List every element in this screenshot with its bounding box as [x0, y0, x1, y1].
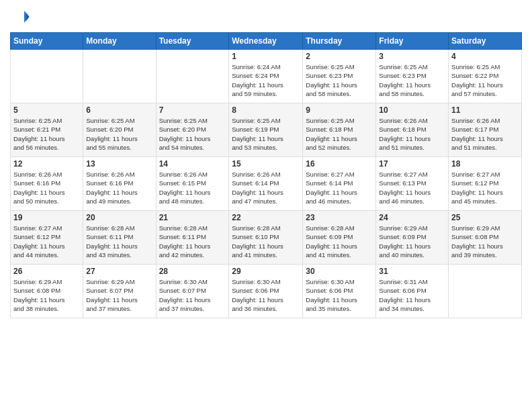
calendar-cell: 16Sunrise: 6:27 AM Sunset: 6:14 PM Dayli… — [303, 157, 376, 211]
day-info: Sunrise: 6:26 AM Sunset: 6:16 PM Dayligh… — [86, 170, 152, 205]
day-number: 28 — [159, 267, 226, 276]
weekday-sunday: Sunday — [11, 33, 83, 50]
calendar-cell: 20Sunrise: 6:28 AM Sunset: 6:11 PM Dayli… — [83, 211, 156, 265]
day-number: 9 — [306, 105, 373, 115]
calendar-cell: 31Sunrise: 6:31 AM Sunset: 6:06 PM Dayli… — [376, 265, 449, 318]
calendar-cell: 19Sunrise: 6:27 AM Sunset: 6:12 PM Dayli… — [11, 211, 83, 265]
calendar-cell — [449, 265, 522, 318]
logo — [10, 7, 33, 27]
day-info: Sunrise: 6:24 AM Sunset: 6:24 PM Dayligh… — [232, 62, 300, 98]
day-info: Sunrise: 6:29 AM Sunset: 6:08 PM Dayligh… — [451, 224, 519, 259]
day-info: Sunrise: 6:25 AM Sunset: 6:20 PM Dayligh… — [86, 116, 152, 152]
calendar-cell: 15Sunrise: 6:26 AM Sunset: 6:14 PM Dayli… — [229, 157, 303, 211]
week-row-3: 12Sunrise: 6:26 AM Sunset: 6:16 PM Dayli… — [11, 157, 522, 211]
week-row-4: 19Sunrise: 6:27 AM Sunset: 6:12 PM Dayli… — [11, 211, 522, 265]
day-info: Sunrise: 6:27 AM Sunset: 6:13 PM Dayligh… — [379, 170, 445, 205]
calendar-cell: 9Sunrise: 6:25 AM Sunset: 6:18 PM Daylig… — [303, 103, 376, 157]
calendar-cell: 30Sunrise: 6:30 AM Sunset: 6:06 PM Dayli… — [303, 265, 376, 318]
day-number: 6 — [86, 105, 152, 115]
calendar-cell: 22Sunrise: 6:28 AM Sunset: 6:10 PM Dayli… — [229, 211, 303, 265]
day-info: Sunrise: 6:28 AM Sunset: 6:11 PM Dayligh… — [86, 224, 152, 259]
day-info: Sunrise: 6:27 AM Sunset: 6:12 PM Dayligh… — [451, 170, 519, 205]
day-number: 2 — [306, 52, 373, 61]
day-info: Sunrise: 6:26 AM Sunset: 6:14 PM Dayligh… — [232, 170, 300, 205]
day-info: Sunrise: 6:28 AM Sunset: 6:11 PM Dayligh… — [159, 224, 226, 259]
calendar-cell: 5Sunrise: 6:25 AM Sunset: 6:21 PM Daylig… — [11, 103, 83, 157]
calendar-cell: 7Sunrise: 6:25 AM Sunset: 6:20 PM Daylig… — [156, 103, 229, 157]
calendar-cell: 26Sunrise: 6:29 AM Sunset: 6:08 PM Dayli… — [11, 265, 83, 318]
day-info: Sunrise: 6:31 AM Sunset: 6:06 PM Dayligh… — [379, 277, 445, 313]
calendar-cell: 14Sunrise: 6:26 AM Sunset: 6:15 PM Dayli… — [156, 157, 229, 211]
calendar-cell: 28Sunrise: 6:30 AM Sunset: 6:07 PM Dayli… — [156, 265, 229, 318]
calendar-cell: 1Sunrise: 6:24 AM Sunset: 6:24 PM Daylig… — [229, 50, 303, 103]
calendar-cell: 13Sunrise: 6:26 AM Sunset: 6:16 PM Dayli… — [83, 157, 156, 211]
calendar-cell: 21Sunrise: 6:28 AM Sunset: 6:11 PM Dayli… — [156, 211, 229, 265]
day-info: Sunrise: 6:30 AM Sunset: 6:07 PM Dayligh… — [159, 277, 226, 313]
day-number: 31 — [379, 267, 445, 276]
calendar-cell: 10Sunrise: 6:26 AM Sunset: 6:18 PM Dayli… — [376, 103, 449, 157]
calendar-cell — [156, 50, 229, 103]
day-number: 27 — [86, 267, 152, 276]
day-number: 21 — [159, 213, 226, 222]
weekday-saturday: Saturday — [449, 33, 522, 50]
day-number: 14 — [159, 159, 226, 169]
day-info: Sunrise: 6:29 AM Sunset: 6:08 PM Dayligh… — [13, 277, 80, 313]
day-number: 5 — [13, 105, 80, 115]
calendar-cell — [83, 50, 156, 103]
day-info: Sunrise: 6:25 AM Sunset: 6:18 PM Dayligh… — [306, 116, 373, 152]
day-info: Sunrise: 6:26 AM Sunset: 6:18 PM Dayligh… — [379, 116, 445, 152]
day-number: 16 — [306, 159, 373, 169]
day-number: 22 — [232, 213, 300, 222]
day-number: 17 — [379, 159, 445, 169]
week-row-1: 1Sunrise: 6:24 AM Sunset: 6:24 PM Daylig… — [11, 50, 522, 103]
day-info: Sunrise: 6:29 AM Sunset: 6:07 PM Dayligh… — [86, 277, 152, 313]
day-number: 10 — [379, 105, 445, 115]
day-number: 3 — [379, 52, 445, 61]
day-info: Sunrise: 6:27 AM Sunset: 6:14 PM Dayligh… — [306, 170, 373, 205]
week-row-5: 26Sunrise: 6:29 AM Sunset: 6:08 PM Dayli… — [11, 265, 522, 318]
day-number: 19 — [13, 213, 80, 222]
day-info: Sunrise: 6:25 AM Sunset: 6:23 PM Dayligh… — [379, 62, 445, 98]
day-number: 1 — [232, 52, 300, 61]
day-number: 11 — [451, 105, 519, 115]
day-number: 13 — [86, 159, 152, 169]
calendar-cell: 6Sunrise: 6:25 AM Sunset: 6:20 PM Daylig… — [83, 103, 156, 157]
day-number: 8 — [232, 105, 300, 115]
calendar-cell: 18Sunrise: 6:27 AM Sunset: 6:12 PM Dayli… — [449, 157, 522, 211]
calendar-cell: 25Sunrise: 6:29 AM Sunset: 6:08 PM Dayli… — [449, 211, 522, 265]
day-info: Sunrise: 6:28 AM Sunset: 6:10 PM Dayligh… — [232, 224, 300, 259]
day-number: 24 — [379, 213, 445, 222]
calendar-cell: 17Sunrise: 6:27 AM Sunset: 6:13 PM Dayli… — [376, 157, 449, 211]
day-info: Sunrise: 6:29 AM Sunset: 6:09 PM Dayligh… — [379, 224, 445, 259]
weekday-friday: Friday — [376, 33, 449, 50]
weekday-tuesday: Tuesday — [156, 33, 229, 50]
calendar-cell — [11, 50, 83, 103]
calendar-cell: 24Sunrise: 6:29 AM Sunset: 6:09 PM Dayli… — [376, 211, 449, 265]
svg-marker-1 — [26, 13, 30, 21]
calendar-cell: 27Sunrise: 6:29 AM Sunset: 6:07 PM Dayli… — [83, 265, 156, 318]
calendar-cell: 11Sunrise: 6:26 AM Sunset: 6:17 PM Dayli… — [449, 103, 522, 157]
day-number: 15 — [232, 159, 300, 169]
calendar-cell: 3Sunrise: 6:25 AM Sunset: 6:23 PM Daylig… — [376, 50, 449, 103]
day-info: Sunrise: 6:30 AM Sunset: 6:06 PM Dayligh… — [232, 277, 300, 313]
calendar-cell: 23Sunrise: 6:28 AM Sunset: 6:09 PM Dayli… — [303, 211, 376, 265]
weekday-thursday: Thursday — [303, 33, 376, 50]
day-number: 30 — [306, 267, 373, 276]
calendar-cell: 29Sunrise: 6:30 AM Sunset: 6:06 PM Dayli… — [229, 265, 303, 318]
weekday-wednesday: Wednesday — [229, 33, 303, 50]
day-info: Sunrise: 6:25 AM Sunset: 6:19 PM Dayligh… — [232, 116, 300, 152]
day-number: 18 — [451, 159, 519, 169]
day-number: 29 — [232, 267, 300, 276]
day-number: 26 — [13, 267, 80, 276]
week-row-2: 5Sunrise: 6:25 AM Sunset: 6:21 PM Daylig… — [11, 103, 522, 157]
calendar-cell: 8Sunrise: 6:25 AM Sunset: 6:19 PM Daylig… — [229, 103, 303, 157]
day-info: Sunrise: 6:30 AM Sunset: 6:06 PM Dayligh… — [306, 277, 373, 313]
calendar: SundayMondayTuesdayWednesdayThursdayFrid… — [10, 32, 522, 318]
day-info: Sunrise: 6:25 AM Sunset: 6:22 PM Dayligh… — [451, 62, 519, 98]
logo-icon — [10, 7, 30, 27]
day-number: 20 — [86, 213, 152, 222]
day-info: Sunrise: 6:26 AM Sunset: 6:17 PM Dayligh… — [451, 116, 519, 152]
day-number: 12 — [13, 159, 80, 169]
calendar-body: 1Sunrise: 6:24 AM Sunset: 6:24 PM Daylig… — [11, 50, 522, 318]
day-number: 25 — [451, 213, 519, 222]
